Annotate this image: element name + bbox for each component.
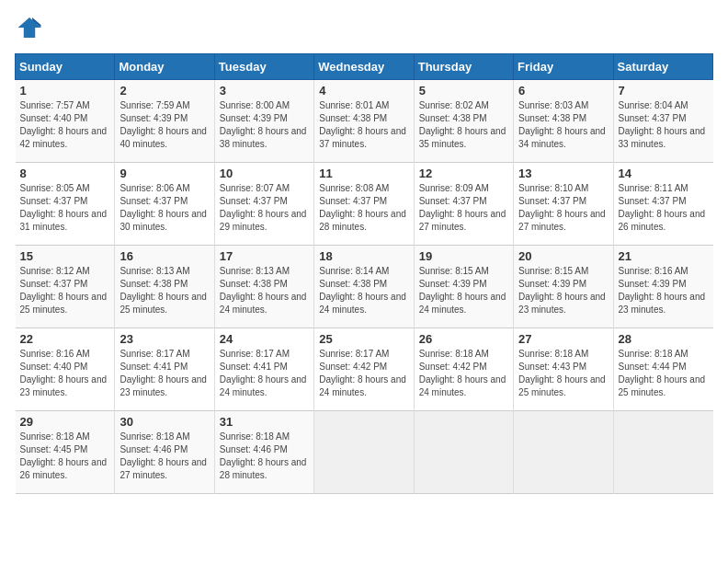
day-number: 19 (419, 249, 508, 263)
calendar-cell: 25 Sunrise: 8:17 AM Sunset: 4:42 PM Dayl… (314, 328, 414, 411)
calendar-cell: 17 Sunrise: 8:13 AM Sunset: 4:38 PM Dayl… (214, 246, 313, 328)
day-info: Sunrise: 8:13 AM Sunset: 4:38 PM Dayligh… (119, 265, 209, 316)
day-number: 3 (220, 84, 309, 98)
day-info: Sunrise: 7:59 AM Sunset: 4:39 PM Dayligh… (119, 99, 209, 151)
calendar-cell: 1 Sunrise: 7:57 AM Sunset: 4:40 PM Dayli… (16, 80, 115, 163)
day-info: Sunrise: 8:18 AM Sunset: 4:45 PM Dayligh… (20, 431, 110, 482)
calendar-table: SundayMondayTuesdayWednesdayThursdayFrid… (15, 53, 713, 494)
day-info: Sunrise: 8:01 AM Sunset: 4:38 PM Dayligh… (319, 99, 408, 151)
day-info: Sunrise: 8:18 AM Sunset: 4:46 PM Dayligh… (220, 431, 309, 482)
calendar-week-2: 8 Sunrise: 8:05 AM Sunset: 4:37 PM Dayli… (16, 163, 713, 246)
day-info: Sunrise: 8:17 AM Sunset: 4:41 PM Dayligh… (220, 348, 309, 399)
column-header-friday: Friday (514, 54, 613, 80)
column-header-thursday: Thursday (414, 54, 513, 80)
calendar-cell: 14 Sunrise: 8:11 AM Sunset: 4:37 PM Dayl… (613, 163, 712, 246)
page-header (15, 15, 713, 44)
day-info: Sunrise: 8:05 AM Sunset: 4:37 PM Dayligh… (20, 182, 110, 234)
day-number: 20 (518, 249, 608, 263)
day-info: Sunrise: 8:18 AM Sunset: 4:42 PM Dayligh… (419, 348, 508, 399)
day-number: 10 (220, 167, 309, 180)
calendar-cell: 9 Sunrise: 8:06 AM Sunset: 4:37 PM Dayli… (115, 163, 214, 246)
calendar-cell: 18 Sunrise: 8:14 AM Sunset: 4:38 PM Dayl… (314, 246, 414, 328)
day-number: 6 (518, 84, 608, 98)
column-header-monday: Monday (115, 54, 214, 80)
day-number: 8 (20, 167, 110, 180)
day-info: Sunrise: 8:17 AM Sunset: 4:41 PM Dayligh… (119, 348, 209, 399)
calendar-cell: 3 Sunrise: 8:00 AM Sunset: 4:39 PM Dayli… (214, 80, 313, 163)
day-info: Sunrise: 8:07 AM Sunset: 4:37 PM Dayligh… (220, 182, 309, 234)
calendar-cell: 7 Sunrise: 8:04 AM Sunset: 4:37 PM Dayli… (613, 80, 712, 163)
calendar-cell: 22 Sunrise: 8:16 AM Sunset: 4:40 PM Dayl… (16, 328, 115, 411)
day-number: 28 (619, 332, 709, 346)
day-number: 23 (119, 332, 209, 346)
day-number: 13 (518, 167, 608, 180)
logo-icon (17, 15, 42, 40)
day-info: Sunrise: 8:02 AM Sunset: 4:38 PM Dayligh… (419, 99, 508, 151)
day-number: 17 (220, 249, 309, 263)
calendar-cell: 29 Sunrise: 8:18 AM Sunset: 4:45 PM Dayl… (16, 411, 115, 494)
day-number: 22 (20, 332, 110, 346)
calendar-cell: 4 Sunrise: 8:01 AM Sunset: 4:38 PM Dayli… (314, 80, 414, 163)
day-info: Sunrise: 7:57 AM Sunset: 4:40 PM Dayligh… (20, 99, 110, 151)
day-number: 4 (319, 84, 408, 98)
day-number: 7 (619, 84, 709, 98)
calendar-week-1: 1 Sunrise: 7:57 AM Sunset: 4:40 PM Dayli… (16, 80, 713, 163)
day-info: Sunrise: 8:14 AM Sunset: 4:38 PM Dayligh… (319, 265, 408, 316)
calendar-week-5: 29 Sunrise: 8:18 AM Sunset: 4:45 PM Dayl… (16, 411, 713, 494)
day-number: 21 (619, 249, 709, 263)
day-number: 15 (20, 249, 110, 263)
calendar-cell (314, 411, 414, 494)
calendar-cell: 23 Sunrise: 8:17 AM Sunset: 4:41 PM Dayl… (115, 328, 214, 411)
calendar-cell: 8 Sunrise: 8:05 AM Sunset: 4:37 PM Dayli… (16, 163, 115, 246)
day-info: Sunrise: 8:18 AM Sunset: 4:43 PM Dayligh… (518, 348, 608, 399)
day-info: Sunrise: 8:16 AM Sunset: 4:40 PM Dayligh… (20, 348, 110, 399)
calendar-cell: 26 Sunrise: 8:18 AM Sunset: 4:42 PM Dayl… (414, 328, 513, 411)
column-header-saturday: Saturday (613, 54, 712, 80)
calendar-cell: 16 Sunrise: 8:13 AM Sunset: 4:38 PM Dayl… (115, 246, 214, 328)
day-number: 25 (319, 332, 408, 346)
day-info: Sunrise: 8:17 AM Sunset: 4:42 PM Dayligh… (319, 348, 408, 399)
day-info: Sunrise: 8:08 AM Sunset: 4:37 PM Dayligh… (319, 182, 408, 234)
calendar-cell: 13 Sunrise: 8:10 AM Sunset: 4:37 PM Dayl… (514, 163, 613, 246)
day-info: Sunrise: 8:00 AM Sunset: 4:39 PM Dayligh… (220, 99, 309, 151)
logo (15, 15, 42, 44)
day-number: 5 (419, 84, 508, 98)
calendar-cell: 6 Sunrise: 8:03 AM Sunset: 4:38 PM Dayli… (514, 80, 613, 163)
day-number: 9 (119, 167, 209, 180)
calendar-cell: 5 Sunrise: 8:02 AM Sunset: 4:38 PM Dayli… (414, 80, 513, 163)
day-number: 12 (419, 167, 508, 180)
calendar-cell: 11 Sunrise: 8:08 AM Sunset: 4:37 PM Dayl… (314, 163, 414, 246)
day-info: Sunrise: 8:16 AM Sunset: 4:39 PM Dayligh… (619, 265, 709, 316)
calendar-cell (514, 411, 613, 494)
calendar-cell: 10 Sunrise: 8:07 AM Sunset: 4:37 PM Dayl… (214, 163, 313, 246)
column-header-sunday: Sunday (16, 54, 115, 80)
calendar-week-3: 15 Sunrise: 8:12 AM Sunset: 4:37 PM Dayl… (16, 246, 713, 328)
day-info: Sunrise: 8:15 AM Sunset: 4:39 PM Dayligh… (419, 265, 508, 316)
column-header-tuesday: Tuesday (214, 54, 313, 80)
day-info: Sunrise: 8:06 AM Sunset: 4:37 PM Dayligh… (119, 182, 209, 234)
calendar-cell: 20 Sunrise: 8:15 AM Sunset: 4:39 PM Dayl… (514, 246, 613, 328)
day-info: Sunrise: 8:11 AM Sunset: 4:37 PM Dayligh… (619, 182, 709, 234)
day-number: 24 (220, 332, 309, 346)
calendar-cell: 31 Sunrise: 8:18 AM Sunset: 4:46 PM Dayl… (214, 411, 313, 494)
calendar-cell: 24 Sunrise: 8:17 AM Sunset: 4:41 PM Dayl… (214, 328, 313, 411)
calendar-cell (414, 411, 513, 494)
day-number: 30 (119, 415, 209, 429)
calendar-cell: 21 Sunrise: 8:16 AM Sunset: 4:39 PM Dayl… (613, 246, 712, 328)
calendar-cell: 30 Sunrise: 8:18 AM Sunset: 4:46 PM Dayl… (115, 411, 214, 494)
calendar-cell: 27 Sunrise: 8:18 AM Sunset: 4:43 PM Dayl… (514, 328, 613, 411)
day-info: Sunrise: 8:03 AM Sunset: 4:38 PM Dayligh… (518, 99, 608, 151)
day-number: 11 (319, 167, 408, 180)
day-number: 2 (119, 84, 209, 98)
day-info: Sunrise: 8:13 AM Sunset: 4:38 PM Dayligh… (220, 265, 309, 316)
day-number: 1 (20, 84, 110, 98)
calendar-week-4: 22 Sunrise: 8:16 AM Sunset: 4:40 PM Dayl… (16, 328, 713, 411)
day-number: 29 (20, 415, 110, 429)
calendar-cell (613, 411, 712, 494)
day-info: Sunrise: 8:12 AM Sunset: 4:37 PM Dayligh… (20, 265, 110, 316)
calendar-cell: 15 Sunrise: 8:12 AM Sunset: 4:37 PM Dayl… (16, 246, 115, 328)
calendar-cell: 28 Sunrise: 8:18 AM Sunset: 4:44 PM Dayl… (613, 328, 712, 411)
day-info: Sunrise: 8:09 AM Sunset: 4:37 PM Dayligh… (419, 182, 508, 234)
day-info: Sunrise: 8:18 AM Sunset: 4:44 PM Dayligh… (619, 348, 709, 399)
calendar-cell: 2 Sunrise: 7:59 AM Sunset: 4:39 PM Dayli… (115, 80, 214, 163)
